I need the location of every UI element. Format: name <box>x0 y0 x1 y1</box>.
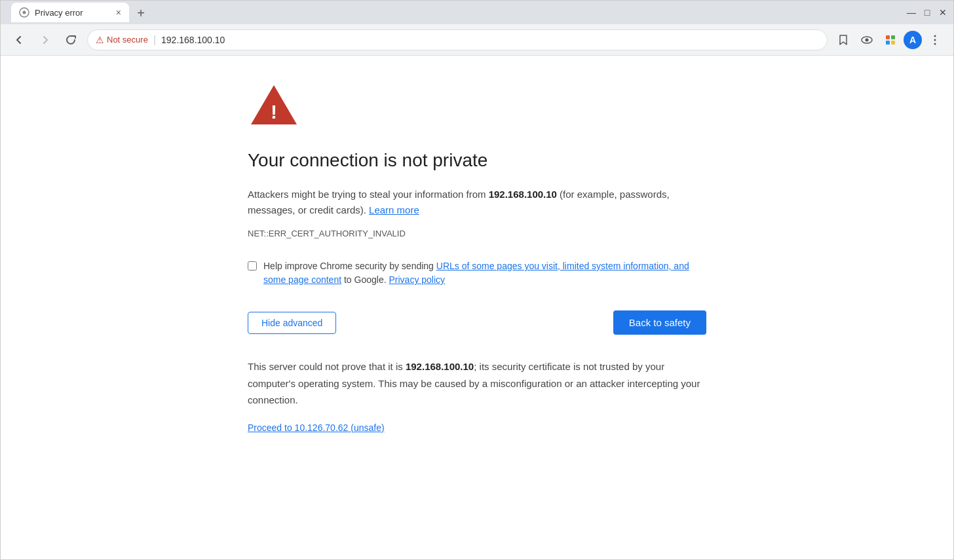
advanced-pre: This server could not prove that it is <box>248 361 406 372</box>
error-code: NET::ERR_CERT_AUTHORITY_INVALID <box>248 229 706 238</box>
svg-point-3 <box>866 38 869 41</box>
bookmark-button[interactable] <box>833 29 854 50</box>
new-tab-button[interactable]: + <box>132 4 150 22</box>
browser-window: Privacy error × + — □ ✕ <box>0 0 954 560</box>
minimize-button[interactable]: — <box>906 7 917 18</box>
svg-point-1 <box>23 11 26 14</box>
privacy-policy-link[interactable]: Privacy policy <box>389 274 445 285</box>
back-icon <box>13 34 25 46</box>
improve-security-row: Help improve Chrome security by sending … <box>248 259 706 287</box>
tab-close-button[interactable]: × <box>116 7 121 18</box>
description-domain: 192.168.100.10 <box>489 189 557 200</box>
improve-security-checkbox[interactable] <box>248 261 257 271</box>
checkbox-label: Help improve Chrome security by sending … <box>263 259 706 287</box>
svg-point-8 <box>934 35 936 37</box>
not-secure-label: Not secure <box>107 35 148 45</box>
error-container: ! Your connection is not private Attacke… <box>235 82 719 533</box>
button-row: Hide advanced Back to safety <box>248 310 706 335</box>
more-menu-icon <box>929 34 941 46</box>
svg-rect-6 <box>886 41 890 45</box>
refresh-button[interactable] <box>61 29 82 50</box>
tab-bar: Privacy error × + <box>6 3 906 22</box>
eye-icon <box>860 33 873 47</box>
back-button[interactable] <box>9 29 29 50</box>
svg-rect-5 <box>891 35 895 39</box>
warning-triangle-icon: ⚠ <box>96 35 104 45</box>
advanced-domain: 192.168.100.10 <box>406 361 474 372</box>
window-controls: — □ ✕ <box>906 7 948 18</box>
not-secure-badge: ⚠ Not secure <box>96 35 148 45</box>
tab-title: Privacy error <box>35 8 83 18</box>
advanced-description: This server could not prove that it is 1… <box>248 358 706 409</box>
refresh-icon <box>66 34 77 46</box>
profile-button[interactable]: A <box>904 31 922 49</box>
puzzle-icon <box>884 33 897 47</box>
extension-icon-2[interactable] <box>880 29 901 50</box>
svg-rect-4 <box>886 35 890 39</box>
hide-advanced-button[interactable]: Hide advanced <box>248 312 336 334</box>
nav-bar: ⚠ Not secure | 192.168.100.10 <box>1 24 953 56</box>
proceed-link[interactable]: Proceed to 10.126.70.62 (unsafe) <box>248 422 385 433</box>
url-display: 192.168.100.10 <box>161 35 225 45</box>
error-title: Your connection is not private <box>248 150 706 171</box>
error-warning-icon: ! <box>248 82 300 128</box>
description-pre: Attackers might be trying to steal your … <box>248 189 489 200</box>
svg-text:!: ! <box>271 101 277 122</box>
address-bar[interactable]: ⚠ Not secure | 192.168.100.10 <box>87 29 828 50</box>
tab-favicon <box>19 7 29 18</box>
address-separator: | <box>153 34 156 46</box>
extension-icon-1[interactable] <box>856 29 877 50</box>
error-description: Attackers might be trying to steal your … <box>248 187 706 218</box>
toolbar-right: A <box>833 29 945 50</box>
page-content: ! Your connection is not private Attacke… <box>1 56 953 559</box>
svg-rect-7 <box>891 41 895 45</box>
menu-button[interactable] <box>925 29 945 50</box>
forward-icon <box>39 34 51 46</box>
forward-button[interactable] <box>35 29 56 50</box>
checkbox-post: to Google. <box>341 274 387 285</box>
checkbox-pre: Help improve Chrome security by sending <box>263 261 436 271</box>
bookmark-icon <box>837 34 849 46</box>
close-window-button[interactable]: ✕ <box>938 7 948 18</box>
title-bar: Privacy error × + — □ ✕ <box>1 1 953 24</box>
svg-point-9 <box>934 39 936 41</box>
svg-point-10 <box>934 43 936 45</box>
back-to-safety-button[interactable]: Back to safety <box>613 310 706 335</box>
maximize-button[interactable]: □ <box>922 7 932 18</box>
learn-more-link[interactable]: Learn more <box>369 204 419 215</box>
active-tab[interactable]: Privacy error × <box>11 3 129 22</box>
